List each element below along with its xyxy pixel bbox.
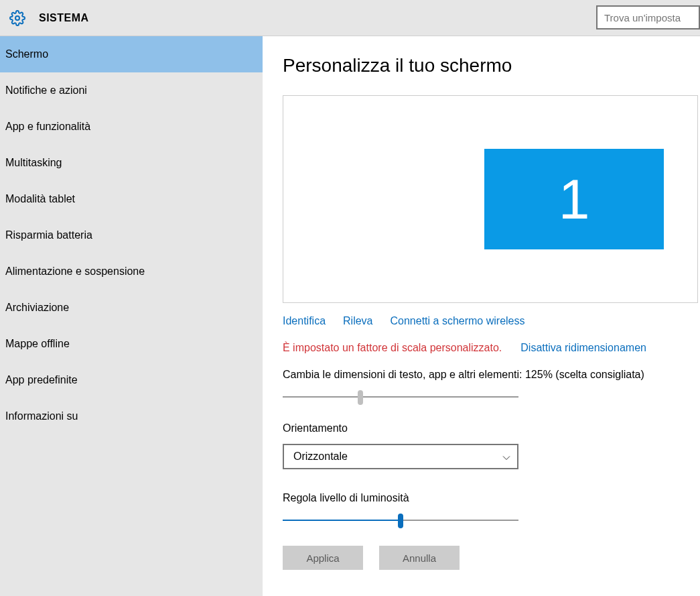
apply-button[interactable]: Applica <box>283 546 363 570</box>
search-input[interactable] <box>596 5 700 29</box>
chevron-down-icon <box>502 453 510 461</box>
disable-scaling-link[interactable]: Disattiva ridimensionamen <box>520 342 646 354</box>
sidebar-item-alimentazione-e-sospensione[interactable]: Alimentazione e sospensione <box>0 253 263 290</box>
sidebar-item-mappe-offline[interactable]: Mappe offline <box>0 326 263 362</box>
scale-slider[interactable] <box>283 390 518 405</box>
header-title: SISTEMA <box>39 12 89 24</box>
wireless-display-link[interactable]: Connetti a schermo wireless <box>391 315 525 327</box>
svg-point-0 <box>15 16 19 20</box>
monitor-tile-1[interactable]: 1 <box>484 149 664 249</box>
sidebar-item-app-e-funzionalit-[interactable]: App e funzionalità <box>0 109 263 145</box>
display-preview[interactable]: 1 <box>283 95 698 303</box>
sidebar-item-notifiche-e-azioni[interactable]: Notifiche e azioni <box>0 72 263 109</box>
sidebar-item-informazioni-su[interactable]: Informazioni su <box>0 398 263 434</box>
sidebar-item-multitasking[interactable]: Multitasking <box>0 145 263 181</box>
orientation-value: Orizzontale <box>293 451 348 463</box>
sidebar: SchermoNotifiche e azioniApp e funzional… <box>0 36 263 596</box>
identify-link[interactable]: Identifica <box>283 315 326 327</box>
sidebar-item-risparmia-batteria[interactable]: Risparmia batteria <box>0 217 263 253</box>
header-bar: SISTEMA <box>0 0 700 36</box>
brightness-slider[interactable] <box>283 514 518 528</box>
gear-icon <box>9 10 25 26</box>
detect-link[interactable]: Rileva <box>343 315 372 327</box>
sidebar-item-app-predefinite[interactable]: App predefinite <box>0 362 263 398</box>
sidebar-item-schermo[interactable]: Schermo <box>0 36 263 72</box>
scale-warning-text: È impostato un fattore di scala personal… <box>283 342 502 354</box>
sidebar-item-archiviazione[interactable]: Archiviazione <box>0 290 263 326</box>
page-title: Personalizza il tuo schermo <box>283 55 700 76</box>
brightness-label: Regola livello di luminosità <box>283 492 700 504</box>
main-content: Personalizza il tuo schermo 1 Identifica… <box>263 36 700 596</box>
scale-label: Cambia le dimensioni di testo, app e alt… <box>283 369 700 381</box>
sidebar-item-modalit-tablet[interactable]: Modalità tablet <box>0 181 263 217</box>
cancel-button[interactable]: Annulla <box>379 546 460 570</box>
orientation-label: Orientamento <box>283 422 700 434</box>
orientation-select[interactable]: Orizzontale <box>283 444 518 469</box>
